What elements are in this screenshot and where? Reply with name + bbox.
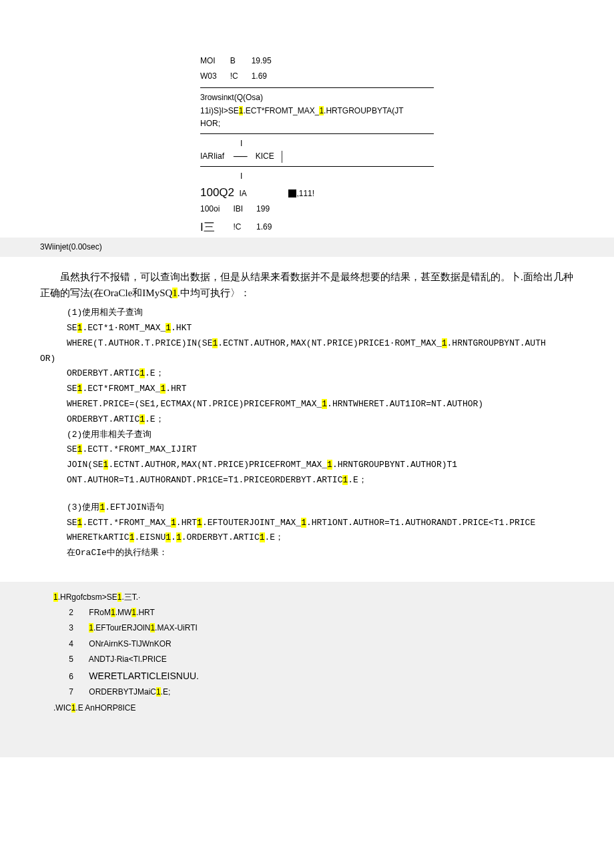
- top-data-block: MOI B 19.95 W03 !C 1.69 3rowsinκt(Q(Osa)…: [0, 0, 614, 238]
- cell: W03: [200, 69, 230, 84]
- black-square-icon: [288, 189, 296, 197]
- output-line: 7 ORDERBYTJMaiC1.E;: [53, 686, 561, 699]
- result-label: 在OraCIe中的执行结果：: [40, 546, 574, 560]
- table-row: 100oi IBI 199: [200, 201, 285, 217]
- output-line: 6 WERETLARTICLEISNUU.: [53, 669, 561, 683]
- cell: MOI: [200, 53, 230, 69]
- sql-statement: OR): [40, 352, 574, 366]
- sql-line: HOR;: [200, 117, 614, 130]
- cell: 1.69: [256, 217, 285, 238]
- cell: I三: [200, 217, 233, 238]
- cell: B: [230, 53, 252, 69]
- section-title: (1)使用相关子查询: [40, 306, 574, 320]
- cell: 19.95: [252, 53, 285, 69]
- table-row: W03 !C 1.69: [200, 69, 285, 84]
- timing-info: 3Wiinjet(0.00sec): [0, 238, 614, 257]
- output-line: 5 ANDTJ·Ria<Tl.PRICE: [53, 653, 561, 666]
- output-line: 4 ONrAirnKS-TlJWnKOR: [53, 638, 561, 650]
- output-line: 3 1.EFTourERJOlN1.MAX-UiRTI: [53, 622, 561, 634]
- cell: !C: [233, 217, 256, 238]
- sql-statement: WHERE(T.AUTHOR.T.PRICE)IN(SE1.ECTNT.AUTH…: [40, 337, 574, 351]
- output-line: 2 FRoM1.MW1.HRT: [53, 606, 561, 619]
- sql-statement: ONT.AUTHOR=T1.AUTHORANDT.PR1CE=T1.PRICEO…: [40, 474, 574, 488]
- sql-statement: SE1.ECTT.*FROMT_MAX_IJIRT: [40, 443, 574, 457]
- cell: IBI: [233, 201, 256, 217]
- section-title: (3)使用1.EFTJOIN语句: [40, 501, 574, 515]
- cell: !C: [230, 69, 252, 84]
- sql-statement: WHERET.PRICE=(SE1,ECTMAX(NT.PRICE)PRICEF…: [40, 398, 574, 412]
- header-row: IARIiaf ---------- KICE: [200, 150, 614, 163]
- sql-statement: JOIN(SE1.ECTNT.AUTHOR,MAX(NT.PRICE)PRICE…: [40, 458, 574, 472]
- table-row: I三 !C 1.69: [200, 217, 285, 238]
- table-row: MOI B 19.95: [200, 53, 285, 69]
- cell: 1.69: [252, 69, 285, 84]
- output-line: 1.HRgofcbsm>SE1.三T.·: [53, 591, 561, 604]
- explanation-text: 虽然执行不报错，可以查询出数据，但是从结果来看数据并不是最终想要的结果，甚至数据…: [40, 269, 574, 301]
- sql-statement: SE1.ECT*1·ROMT_MAX_1.HKT: [40, 322, 574, 336]
- rows-info: 3rowsinκt(Q(Osa): [200, 91, 614, 104]
- sql-statement: SE1.ECTT.*FROMT_MAX_1.HRT1.EFTOUTERJOINT…: [40, 516, 574, 530]
- sql-statement: ORDERBYT.ARTIC1.E；: [40, 413, 574, 427]
- sql-statement: ORDERBYT.ARTIC1.E；: [40, 367, 574, 381]
- cell: 199: [256, 201, 285, 217]
- sql-statement: SE1.ECT*FROMT_MAX_1.HRT: [40, 382, 574, 396]
- output-line: .WIC1.E AnHORP8ICE: [53, 702, 561, 715]
- cell: 100oi: [200, 201, 233, 217]
- sql-line: 11i)S}l>SE1.ECT*FROMT_MAX_1.HRTGROUPBYTA…: [200, 105, 614, 117]
- row-100q2: 100Q2 IA ,111!: [200, 183, 614, 201]
- oracle-output: 1.HRgofcbsm>SE1.三T.· 2 FRoM1.MW1.HRT 3 1…: [0, 582, 614, 757]
- sql-statement: WHERETkARTIC1.EISNU1.1.ORDERBYT.ARTIC1.E…: [40, 531, 574, 545]
- section-title: (2)使用非相关子查询: [40, 428, 574, 442]
